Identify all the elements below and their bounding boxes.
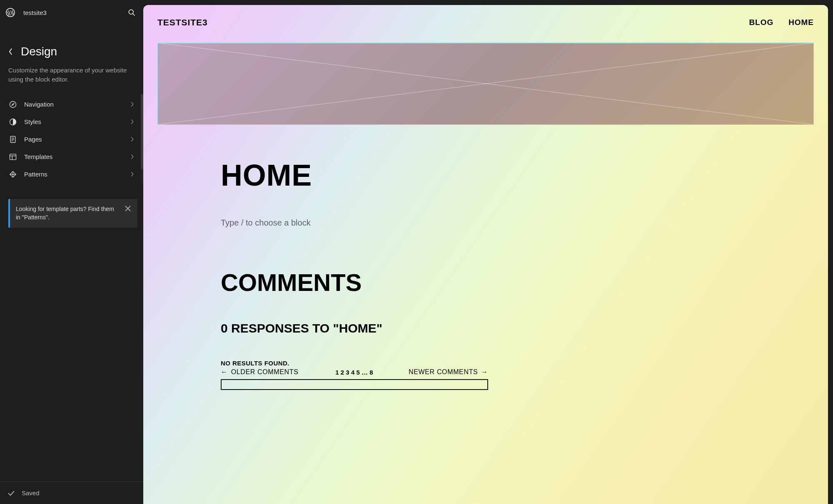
panel-title: Design	[21, 45, 57, 58]
comment-form-field[interactable]	[221, 379, 488, 390]
hint-text: Looking for template parts? Find them in…	[16, 206, 114, 221]
svg-rect-10	[10, 154, 16, 159]
arrow-right-icon: →	[481, 368, 488, 376]
site-name-label: testsite3	[23, 9, 47, 16]
compass-icon	[8, 100, 17, 109]
sidebar-top-bar: testsite3	[0, 0, 143, 23]
back-button[interactable]	[7, 47, 13, 56]
comments-heading[interactable]: COMMENTS	[221, 268, 751, 296]
sidebar-item-navigation[interactable]: Navigation	[4, 96, 139, 113]
pagination-page-3[interactable]: 3	[345, 369, 350, 376]
pagination-page-1[interactable]: 1	[335, 369, 340, 376]
older-comments-link[interactable]: ← OLDER COMMENTS	[221, 368, 299, 376]
nav-link-home[interactable]: HOME	[788, 18, 814, 27]
sidebar-item-label: Styles	[24, 118, 129, 125]
empty-block-placeholder[interactable]: Type / to choose a block	[221, 218, 751, 228]
sidebar-item-label: Patterns	[24, 171, 129, 178]
pagination-page-8[interactable]: 8	[369, 369, 374, 376]
layout-icon	[8, 152, 17, 161]
pagination-page-5[interactable]: 5	[356, 369, 361, 376]
placeholder-cross-icon	[158, 43, 813, 124]
panel-description: Customize the appearance of your website…	[0, 62, 143, 94]
diamond-icon	[8, 170, 17, 179]
featured-image-block[interactable]	[157, 42, 814, 125]
sidebar-item-label: Navigation	[24, 101, 129, 108]
no-results-text: NO RESULTS FOUND.	[221, 360, 289, 367]
panel-header: Design	[0, 23, 143, 62]
svg-point-1	[129, 10, 133, 14]
design-menu: NavigationStylesPagesTemplatesPatterns	[0, 94, 143, 183]
page-content: HOME Type / to choose a block COMMENTS 0…	[143, 125, 828, 390]
responses-heading[interactable]: 0 RESPONSES TO "HOME"	[221, 321, 751, 335]
svg-marker-4	[12, 103, 14, 105]
sidebar-item-styles[interactable]: Styles	[4, 113, 139, 131]
sidebar-item-label: Pages	[24, 136, 129, 143]
search-button[interactable]	[127, 8, 136, 17]
chevron-left-icon	[8, 48, 13, 55]
comments-section: COMMENTS 0 RESPONSES TO "HOME" NO RESULT…	[221, 268, 751, 390]
pagination-page-4[interactable]: 4	[351, 369, 356, 376]
sidebar-footer: Saved	[0, 482, 143, 504]
nav-link-blog[interactable]: BLOG	[749, 18, 773, 27]
editor-canvas[interactable]: TESTSITE3 BLOGHOME HOME Type / to choose…	[143, 5, 828, 504]
search-icon	[127, 8, 136, 17]
preview-site-title[interactable]: TESTSITE3	[157, 17, 208, 27]
preview-header: TESTSITE3 BLOGHOME	[143, 5, 828, 35]
saved-check-icon	[7, 489, 15, 497]
page-icon	[8, 135, 17, 144]
editor-canvas-wrap: TESTSITE3 BLOGHOME HOME Type / to choose…	[143, 0, 833, 504]
newer-comments-label: NEWER COMMENTS	[409, 368, 478, 376]
sidebar-item-templates[interactable]: Templates	[4, 148, 139, 166]
site-editor-sidebar: testsite3 Design Customize the appearanc…	[0, 0, 143, 504]
svg-point-3	[10, 101, 16, 107]
hint-dismiss-button[interactable]	[124, 205, 132, 212]
chevron-right-icon	[129, 101, 135, 108]
pagination-page-2[interactable]: 2	[340, 369, 345, 376]
pagination-ellipsis: …	[361, 369, 369, 376]
preview-primary-nav: BLOGHOME	[749, 18, 814, 27]
sidebar-item-patterns[interactable]: Patterns	[4, 166, 139, 183]
contrast-icon	[8, 117, 17, 127]
hint-notice: Looking for template parts? Find them in…	[8, 199, 137, 228]
svg-line-2	[133, 14, 135, 16]
close-icon	[125, 205, 131, 212]
wordpress-logo-icon	[6, 8, 15, 17]
sidebar-item-pages[interactable]: Pages	[4, 131, 139, 148]
comments-pagination: ← OLDER COMMENTS 12345…8 NEWER COMMENTS …	[221, 368, 488, 376]
chevron-right-icon	[129, 118, 135, 126]
chevron-right-icon	[129, 153, 135, 161]
arrow-left-icon: ←	[221, 368, 228, 376]
save-status-label: Saved	[22, 489, 40, 497]
sidebar-item-label: Templates	[24, 153, 129, 160]
site-identity[interactable]: testsite3	[6, 8, 47, 17]
chevron-right-icon	[129, 136, 135, 143]
page-title-heading[interactable]: HOME	[221, 158, 751, 192]
older-comments-label: OLDER COMMENTS	[231, 368, 299, 376]
newer-comments-link[interactable]: NEWER COMMENTS →	[409, 368, 488, 376]
chevron-right-icon	[129, 171, 135, 178]
